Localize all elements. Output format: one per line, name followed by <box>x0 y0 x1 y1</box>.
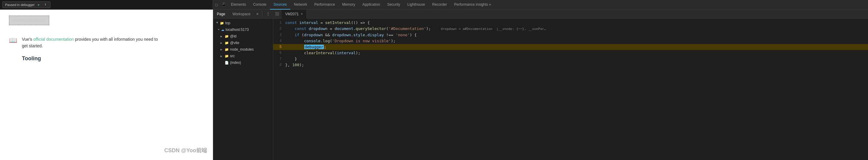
doc-highlight-label: Documentation <box>9 15 49 25</box>
tree-label-top: top <box>225 21 230 25</box>
tab-performance-insights[interactable]: Performance insights » <box>451 0 495 9</box>
sub-bar-divider <box>262 11 262 17</box>
official-doc-link[interactable]: official documentation <box>33 37 74 42</box>
tree-arrow-vite: ▶ <box>220 42 223 44</box>
code-line-8: 8 }, 100); <box>273 62 868 68</box>
code-line-4: 4 console.log('Dropdown is now visible')… <box>273 38 868 44</box>
paused-badge: Paused in debugger ▶ ⬇ <box>2 1 51 8</box>
code-line-1: 1 const interval = setInterval(() => { <box>273 20 868 26</box>
line-content-2: const dropdown = document.querySelector(… <box>285 26 868 32</box>
doc-description: Vue's official documentation provides yo… <box>22 36 158 50</box>
tree-item-vite[interactable]: ▶ 📁 @vite <box>213 39 273 46</box>
device-icon[interactable]: 📱 <box>220 1 227 8</box>
tab-security[interactable]: Security <box>383 0 404 9</box>
folder-icon-vite: 📁 <box>225 41 229 45</box>
code-lines: 1 const interval = setInterval(() => { 2… <box>273 19 868 69</box>
line-num-3: 3 <box>273 32 285 38</box>
tree-item-top[interactable]: ▶ 📁 top <box>213 20 273 26</box>
devtools-tabs: ⬚ 📱 Elements Console Sources Network Per… <box>213 0 868 9</box>
cloud-icon-localhost: ☁ <box>221 28 224 32</box>
book-icon: 📖 <box>9 37 17 45</box>
tree-item-nodemodules[interactable]: ▶ 📁 node_modules <box>213 46 273 53</box>
code-line-3: 3 if (dropdown && dropdown.style.display… <box>273 32 868 38</box>
tab-memory[interactable]: Memory <box>339 0 359 9</box>
tab-elements[interactable]: Elements <box>227 0 250 9</box>
tab-application[interactable]: Application <box>359 0 383 9</box>
tree-label-vite: @vite <box>230 41 239 45</box>
line-content-6: clearInterval(interval); <box>285 50 868 56</box>
paused-label: Paused in debugger <box>5 3 34 7</box>
tree-label-localhost: localhost:5173 <box>225 28 249 32</box>
desc-prefix: Vue's <box>22 37 33 42</box>
folder-icon-id: 📁 <box>225 34 229 38</box>
webpage-content: Documentation 📖 Vue's official documenta… <box>0 9 213 160</box>
devtools-body: ▶ 📁 top ▼ ☁ localhost:5173 ▶ 📁 @id ▶ 📁 <box>213 19 868 160</box>
watermark: CSDN @Yoo前端 <box>164 147 207 154</box>
tree-item-src[interactable]: ▶ 📁 src <box>213 53 273 59</box>
code-line-2: 2 const dropdown = document.querySelecto… <box>273 26 868 32</box>
folder-icon-src: 📁 <box>225 54 229 58</box>
tree-arrow-top: ▶ <box>216 22 219 25</box>
line-num-2: 2 <box>273 26 285 32</box>
line-num-8: 8 <box>273 62 285 68</box>
file-tab-icon: ⬛ <box>273 12 282 16</box>
top-bar-left: Paused in debugger ▶ ⬇ <box>0 0 213 9</box>
top-bar: Paused in debugger ▶ ⬇ ⬚ 📱 Elements Cons… <box>0 0 868 9</box>
code-line-6: 6 clearInterval(interval); <box>273 50 868 56</box>
file-icon-index: 📄 <box>225 61 229 65</box>
line-num-5: 5 <box>273 44 285 50</box>
tab-console[interactable]: Console <box>250 0 270 9</box>
resume-button[interactable]: ▶ <box>36 2 41 7</box>
tree-arrow-src: ▶ <box>220 55 223 58</box>
tab-network[interactable]: Network <box>290 0 311 9</box>
tab-recorder[interactable]: Recorder <box>429 0 451 9</box>
tree-arrow-nodemodules: ▶ <box>220 48 223 51</box>
tree-label-nodemodules: node_modules <box>230 47 254 52</box>
devtools-panel: Page Workspace » ⋮ ⬛ VM2071 ✕ ▶ 📁 top <box>213 9 868 160</box>
main-content: Documentation 📖 Vue's official documenta… <box>0 9 868 160</box>
line-content-7: } <box>285 56 868 62</box>
file-tab-area: ⬛ VM2071 ✕ <box>273 9 868 19</box>
code-editor[interactable]: 1 const interval = setInterval(() => { 2… <box>273 19 868 160</box>
file-tree: ▶ 📁 top ▼ ☁ localhost:5173 ▶ 📁 @id ▶ 📁 <box>213 19 273 160</box>
tree-arrow-localhost: ▼ <box>217 28 220 31</box>
code-line-5: 5 debugger; <box>273 44 868 50</box>
tree-item-localhost[interactable]: ▼ ☁ localhost:5173 <box>213 26 273 33</box>
tree-label-index: (index) <box>230 61 241 65</box>
line-num-4: 4 <box>273 38 285 44</box>
debugger-highlight: debugger <box>304 45 324 49</box>
line-content-4: console.log('Dropdown is now visible'); <box>285 38 868 44</box>
tree-item-id[interactable]: ▶ 📁 @id <box>213 33 273 39</box>
line-content-5: debugger; <box>285 44 868 50</box>
line-content-8: }, 100); <box>285 62 868 68</box>
tab-sources[interactable]: Sources <box>270 0 290 9</box>
code-line-7: 7 } <box>273 56 868 62</box>
line-num-1: 1 <box>273 20 285 26</box>
sub-tab-page[interactable]: Page <box>213 9 229 19</box>
folder-icon-nodemodules: 📁 <box>225 47 229 52</box>
sub-tab-workspace[interactable]: Workspace <box>229 9 254 19</box>
file-tab-label: VM2071 <box>285 12 299 16</box>
folder-icon-top: 📁 <box>220 21 224 25</box>
line-content-3: if (dropdown && dropdown.style.display !… <box>285 32 868 38</box>
tree-item-index[interactable]: 📄 (index) <box>213 59 273 66</box>
devtools-sub-bar: Page Workspace » ⋮ ⬛ VM2071 ✕ <box>213 9 868 19</box>
left-panel: Documentation 📖 Vue's official documenta… <box>0 9 213 160</box>
step-button[interactable]: ⬇ <box>43 2 48 7</box>
file-tab-vm2071[interactable]: VM2071 ✕ <box>282 9 307 19</box>
sub-bar-menu-button[interactable]: ⋮ <box>264 11 273 17</box>
tab-lighthouse[interactable]: Lighthouse <box>404 0 429 9</box>
tab-performance[interactable]: Performance <box>311 0 339 9</box>
tree-arrow-id: ▶ <box>220 35 223 38</box>
line-num-7: 7 <box>273 56 285 62</box>
line-num-6: 6 <box>273 50 285 56</box>
tree-label-id: @id <box>230 34 237 38</box>
tree-label-src: src <box>230 54 235 58</box>
line-content-1: const interval = setInterval(() => { <box>285 20 868 26</box>
file-tab-close[interactable]: ✕ <box>301 12 303 15</box>
tooling-heading: Tooling <box>22 56 158 62</box>
sub-tab-more-icon[interactable]: » <box>254 12 261 16</box>
inspect-icon[interactable]: ⬚ <box>213 1 220 8</box>
